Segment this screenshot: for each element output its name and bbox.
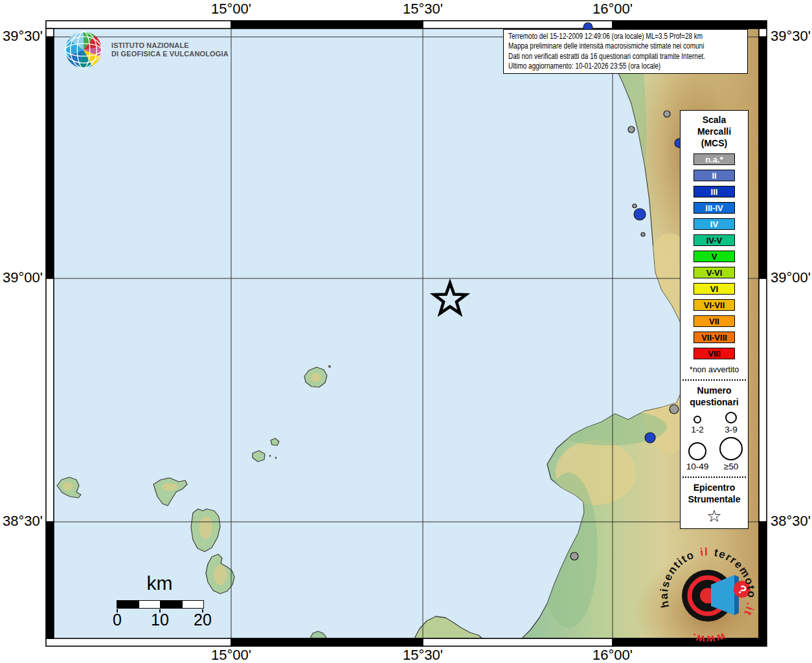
- ingv-globe-icon: [63, 30, 104, 70]
- epicenter-title-line: Epicentro: [681, 482, 748, 493]
- questionnaire-circle-icon: [694, 416, 701, 423]
- questionnaire-title-line: Numero: [681, 385, 748, 396]
- questionnaire-dot: [634, 208, 646, 220]
- event-info-line: Mappa preliminare delle intensità macros…: [508, 41, 696, 51]
- mcs-scale: n.a.*IIIIIIII-IVIVIV-VVV-VIVIVI-VIIVIIVI…: [681, 153, 748, 359]
- questionnaire-circle-icon: [688, 442, 706, 460]
- axis-label-left-3830: 38°30': [0, 513, 43, 530]
- mcs-swatch: n.a.*: [694, 153, 735, 165]
- legend-divider: [682, 477, 746, 478]
- axis-label-right-3900: 39°00': [771, 269, 811, 286]
- questionnaire-circle-icon: [725, 412, 737, 423]
- questionnaire-dot: [570, 552, 578, 560]
- legend-title-line: (MCS): [681, 137, 748, 149]
- scalebar-tick-20: 20: [194, 611, 212, 629]
- questionnaire-dot: [641, 232, 645, 236]
- axis-label-left-3900: 39°00': [0, 269, 43, 286]
- mcs-swatch: IV-V: [694, 234, 735, 246]
- legend-panel: Scala Mercalli (MCS) n.a.*IIIIIIII-IVIVI…: [680, 110, 749, 529]
- mcs-swatch: IV: [694, 218, 735, 230]
- questionnaire-title-line: questionari: [681, 396, 748, 408]
- ingv-name-line2: DI GEOFISICA E VULCANOLOGIA: [111, 50, 229, 59]
- scalebar-tick-0: 0: [113, 611, 122, 629]
- ingv-name-line1: ISTITUTO NAZIONALE: [111, 41, 229, 51]
- questionnaire-dot: [628, 126, 635, 133]
- questionnaire-circle-icon: [719, 437, 743, 460]
- mcs-swatch: VI-VII: [694, 299, 735, 311]
- questionnaire-size-key: 1-23-910-49≥50: [681, 412, 748, 471]
- legend-title-line: Scala: [681, 114, 748, 126]
- axis-label-bottom-1600: 16°00': [592, 647, 633, 663]
- epicenter-title-line: Strumentale: [681, 493, 748, 505]
- legend-divider: [682, 379, 746, 381]
- axis-label-top-1600: 16°00': [592, 1, 633, 17]
- legend-title-line: Mercalli: [681, 126, 748, 137]
- axis-label-right-3930: 39°30': [771, 28, 811, 45]
- event-info-line: Terremoto del 15-12-2009 12:49:06 (ora l…: [508, 32, 696, 41]
- axis-label-bottom-1530: 15°30': [403, 647, 443, 663]
- questionnaire-dot: [633, 204, 637, 208]
- axis-label-bottom-1500: 15°00': [211, 647, 251, 663]
- questionnaire-dot: [645, 433, 655, 443]
- legend-footnote: *non avvertito: [681, 365, 748, 374]
- mcs-swatch: III: [694, 186, 735, 197]
- scalebar-unit: km: [117, 572, 203, 594]
- axis-label-left-3930: 39°30': [0, 28, 43, 45]
- mcs-swatch: V-VI: [694, 267, 735, 278]
- intensity-map-page: ? haisentito il terremoto .it www. 15°00…: [0, 0, 812, 663]
- ingv-logo-text: ISTITUTO NAZIONALE DI GEOFISICA E VULCAN…: [111, 41, 229, 59]
- axis-label-right-3830: 38°30': [771, 513, 811, 530]
- mcs-swatch: VII: [694, 315, 735, 327]
- mcs-swatch: VI: [694, 283, 735, 295]
- event-info-line: Ultimo aggiornamento: 10-01-2026 23:55 (…: [508, 62, 696, 71]
- questionnaire-dot: [664, 111, 670, 117]
- mcs-swatch: III-IV: [694, 202, 735, 214]
- mcs-swatch: V: [694, 251, 735, 262]
- questionnaire-size-item: 1-2: [681, 412, 714, 434]
- mcs-swatch: VII-VIII: [694, 332, 735, 343]
- scalebar-tick-10: 10: [151, 611, 169, 629]
- questionnaire-size-item: 10-49: [681, 437, 714, 471]
- questionnaire-dot: [670, 405, 679, 414]
- questionnaire-size-item: ≥50: [714, 437, 748, 471]
- mcs-swatch: II: [694, 170, 735, 181]
- epicenter-star-symbol: ☆: [681, 508, 748, 524]
- axis-label-top-1530: 15°30': [403, 1, 443, 17]
- event-info-line: Dati non verificati estratti da 16 quest…: [508, 52, 696, 62]
- ingv-logo: ISTITUTO NAZIONALE DI GEOFISICA E VULCAN…: [63, 30, 234, 70]
- scalebar: [117, 600, 204, 609]
- axis-label-top-1500: 15°00': [211, 1, 251, 17]
- event-info-box: Terremoto del 15-12-2009 12:49:06 (ora l…: [503, 29, 748, 74]
- mcs-swatch: VIII: [694, 348, 735, 359]
- questionnaire-size-item: 3-9: [714, 412, 748, 434]
